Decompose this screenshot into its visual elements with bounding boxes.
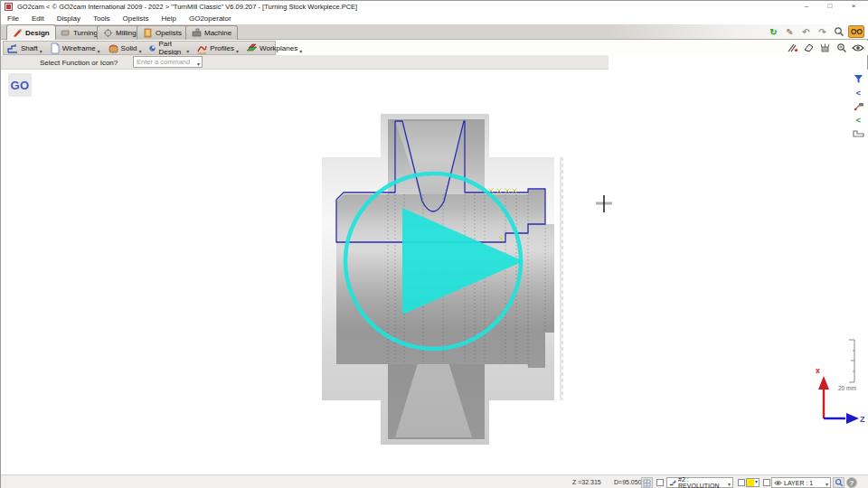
- redo-icon[interactable]: ↷: [816, 26, 829, 38]
- refresh-icon[interactable]: ↻: [767, 26, 780, 38]
- axis-x-arrow: [818, 376, 829, 389]
- profiles-icon: [196, 42, 208, 54]
- workpiece-icon: [669, 479, 676, 486]
- grid-snap-button[interactable]: [641, 477, 653, 488]
- measure-tools-icon[interactable]: [786, 42, 799, 53]
- opelists-icon: [143, 28, 153, 38]
- layer-visibility-checkbox[interactable]: [763, 479, 770, 486]
- command-label: Select Function or Icon?: [40, 59, 118, 67]
- clean-brush-icon[interactable]: [818, 42, 832, 53]
- current-color-picker[interactable]: ▾: [746, 478, 760, 487]
- turning-icon: [61, 28, 71, 38]
- chevron-down-icon: ▾: [186, 49, 189, 54]
- minimize-button[interactable]: –: [795, 1, 818, 13]
- tool-profiles[interactable]: Profiles▾: [193, 42, 242, 54]
- menu-go2operator[interactable]: GO2operator: [183, 13, 238, 24]
- tab-label: Design: [25, 29, 50, 37]
- menu-tools[interactable]: Tools: [87, 13, 117, 24]
- chevron-down-icon: ▾: [299, 49, 302, 54]
- color-swatch-yellow: [747, 479, 754, 486]
- chevron-down-icon: ▾: [728, 482, 731, 487]
- workplanes-icon: [246, 42, 258, 54]
- menu-help[interactable]: Help: [156, 13, 183, 24]
- chevron-down-icon: ▾: [138, 49, 141, 54]
- window-title: GO2cam < © GO2cam International 2009 - 2…: [17, 3, 357, 11]
- glasses-icon: [851, 28, 863, 35]
- workpiece-selector[interactable]: #2 : REVOLUTION ▾: [666, 477, 733, 488]
- chevron-down-icon: ▾: [98, 49, 100, 54]
- workpiece-value: #2 : REVOLUTION: [678, 476, 726, 488]
- axis-z-arrow: [846, 413, 859, 424]
- tab-opelists[interactable]: Opelists: [137, 25, 188, 40]
- right-side-toolbar: < <: [851, 73, 866, 139]
- tool-solid[interactable]: Solid▾: [104, 42, 146, 54]
- view-tools-row-1: ↻ ✎ ↶ ↷: [767, 25, 864, 38]
- collapse-left-blue-icon[interactable]: <: [852, 87, 866, 99]
- title-bar: GO2cam < © GO2cam International 2009 - 2…: [1, 1, 868, 13]
- collapse-left-green-icon[interactable]: <: [852, 114, 866, 126]
- help-button[interactable]: ?: [846, 477, 857, 488]
- annotate-pen-icon[interactable]: ✎: [783, 26, 797, 38]
- tool-label: Workplanes: [259, 44, 297, 52]
- tool-label: Part Design: [158, 40, 184, 56]
- tab-machine[interactable]: Machine: [185, 25, 238, 40]
- menu-bar: File Edit Display Tools Opelists Help GO…: [1, 13, 868, 24]
- z-coordinate: Z =32.315: [572, 479, 601, 485]
- axis-z-label: Z: [860, 415, 865, 424]
- chevron-down-icon: ▾: [754, 478, 759, 486]
- app-window: GO2cam < © GO2cam International 2009 - 2…: [0, 0, 868, 488]
- part-design-icon: [148, 42, 156, 54]
- layer-selector[interactable]: LAYER : 1 ▾: [771, 477, 831, 488]
- model-canvas: 20 mm x Z: [1, 70, 868, 474]
- color-apply-checkbox[interactable]: [738, 479, 745, 486]
- tool-hammer-icon[interactable]: [852, 100, 866, 112]
- app-icon: [5, 3, 13, 11]
- tool-label: Solid: [121, 44, 137, 52]
- tab-label: Machine: [204, 29, 231, 37]
- shaft-icon: [7, 42, 19, 54]
- menu-file[interactable]: File: [1, 13, 25, 24]
- tool-label: Shaft: [21, 44, 38, 52]
- menu-display[interactable]: Display: [51, 13, 87, 24]
- tool-shaft[interactable]: Shaft▾: [4, 42, 46, 54]
- tool-label: Profiles: [210, 44, 234, 52]
- tab-design[interactable]: Design: [6, 24, 56, 40]
- shaded-view-glasses-button[interactable]: [848, 25, 864, 38]
- menu-edit[interactable]: Edit: [25, 13, 51, 24]
- solid-icon: [108, 42, 119, 54]
- cad-viewport[interactable]: GO: [1, 70, 868, 474]
- menu-opelists[interactable]: Opelists: [117, 13, 156, 24]
- eraser-icon[interactable]: [802, 42, 816, 53]
- maximize-button[interactable]: □: [818, 1, 842, 13]
- zoom-window-icon[interactable]: [835, 42, 848, 53]
- tool-wireframe[interactable]: Wireframe▾: [46, 42, 104, 54]
- tray-icon[interactable]: [852, 127, 866, 139]
- command-input[interactable]: [134, 57, 197, 67]
- tool-workplanes[interactable]: Workplanes▾: [242, 42, 306, 54]
- tool-part-design[interactable]: Part Design▾: [145, 42, 193, 54]
- d-coordinate: D=95.050: [614, 479, 642, 485]
- design-toolbar-group: Shaft▾ Wireframe▾ Solid▾ Part Design▾ Pr…: [3, 41, 276, 55]
- wireframe-icon: [50, 42, 61, 54]
- zoom-search-icon[interactable]: [832, 26, 845, 38]
- crosshair-cursor: [596, 195, 612, 212]
- stock-face-gap: [554, 157, 560, 400]
- command-combobox[interactable]: ▾: [133, 56, 203, 68]
- toolbar-strip: Shaft▾ Wireframe▾ Solid▾ Part Design▾ Pr…: [1, 41, 868, 55]
- chevron-down-icon: ▾: [236, 49, 239, 54]
- visibility-eye-icon[interactable]: [851, 42, 864, 53]
- zoom-selection-button[interactable]: [833, 477, 844, 488]
- chevron-down-icon: ▾: [197, 61, 200, 67]
- tab-label: Turning: [73, 29, 98, 37]
- axis-x-label: x: [816, 366, 820, 375]
- workpiece-visibility-checkbox[interactable]: [656, 479, 664, 486]
- axis-triad: x Z: [816, 366, 865, 424]
- layer-eye-icon: [774, 480, 782, 486]
- layer-value: LAYER : 1: [784, 480, 813, 486]
- undo-icon[interactable]: ↶: [799, 26, 813, 38]
- command-bar: Select Function or Icon? ▾: [1, 55, 609, 70]
- status-bar: Z =32.315 D=95.050 #2 : REVOLUTION ▾ ▾ L…: [1, 474, 868, 488]
- ribbon-tab-strip: Design Turning Milling Opelists Machine …: [1, 24, 868, 40]
- close-button[interactable]: ×: [842, 1, 865, 13]
- filter-icon[interactable]: [852, 73, 866, 85]
